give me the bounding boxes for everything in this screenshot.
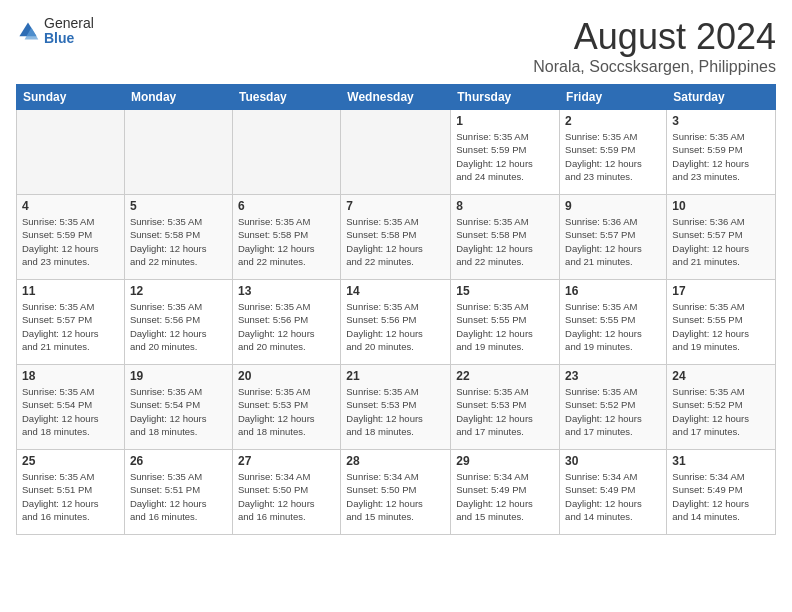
calendar-cell: 24Sunrise: 5:35 AM Sunset: 5:52 PM Dayli… — [667, 365, 776, 450]
day-number: 1 — [456, 114, 554, 128]
day-info: Sunrise: 5:35 AM Sunset: 5:59 PM Dayligh… — [22, 215, 119, 268]
day-number: 14 — [346, 284, 445, 298]
day-number: 31 — [672, 454, 770, 468]
day-info: Sunrise: 5:34 AM Sunset: 5:49 PM Dayligh… — [456, 470, 554, 523]
column-header-tuesday: Tuesday — [232, 85, 340, 110]
day-number: 15 — [456, 284, 554, 298]
day-number: 24 — [672, 369, 770, 383]
day-info: Sunrise: 5:35 AM Sunset: 5:58 PM Dayligh… — [238, 215, 335, 268]
week-row-4: 18Sunrise: 5:35 AM Sunset: 5:54 PM Dayli… — [17, 365, 776, 450]
day-info: Sunrise: 5:35 AM Sunset: 5:53 PM Dayligh… — [238, 385, 335, 438]
week-row-2: 4Sunrise: 5:35 AM Sunset: 5:59 PM Daylig… — [17, 195, 776, 280]
calendar-cell: 15Sunrise: 5:35 AM Sunset: 5:55 PM Dayli… — [451, 280, 560, 365]
calendar-cell: 8Sunrise: 5:35 AM Sunset: 5:58 PM Daylig… — [451, 195, 560, 280]
day-number: 8 — [456, 199, 554, 213]
day-info: Sunrise: 5:35 AM Sunset: 5:51 PM Dayligh… — [130, 470, 227, 523]
day-info: Sunrise: 5:35 AM Sunset: 5:53 PM Dayligh… — [346, 385, 445, 438]
calendar-cell: 3Sunrise: 5:35 AM Sunset: 5:59 PM Daylig… — [667, 110, 776, 195]
logo: General Blue — [16, 16, 94, 47]
day-number: 23 — [565, 369, 661, 383]
calendar-cell: 7Sunrise: 5:35 AM Sunset: 5:58 PM Daylig… — [341, 195, 451, 280]
day-number: 25 — [22, 454, 119, 468]
day-info: Sunrise: 5:35 AM Sunset: 5:55 PM Dayligh… — [456, 300, 554, 353]
day-info: Sunrise: 5:35 AM Sunset: 5:59 PM Dayligh… — [672, 130, 770, 183]
column-header-sunday: Sunday — [17, 85, 125, 110]
day-info: Sunrise: 5:35 AM Sunset: 5:57 PM Dayligh… — [22, 300, 119, 353]
day-info: Sunrise: 5:35 AM Sunset: 5:52 PM Dayligh… — [565, 385, 661, 438]
logo-icon — [16, 19, 40, 43]
day-info: Sunrise: 5:34 AM Sunset: 5:49 PM Dayligh… — [565, 470, 661, 523]
header-row: SundayMondayTuesdayWednesdayThursdayFrid… — [17, 85, 776, 110]
calendar-cell: 27Sunrise: 5:34 AM Sunset: 5:50 PM Dayli… — [232, 450, 340, 535]
calendar-cell: 17Sunrise: 5:35 AM Sunset: 5:55 PM Dayli… — [667, 280, 776, 365]
calendar-cell: 12Sunrise: 5:35 AM Sunset: 5:56 PM Dayli… — [124, 280, 232, 365]
day-number: 22 — [456, 369, 554, 383]
calendar-cell: 5Sunrise: 5:35 AM Sunset: 5:58 PM Daylig… — [124, 195, 232, 280]
day-info: Sunrise: 5:36 AM Sunset: 5:57 PM Dayligh… — [672, 215, 770, 268]
week-row-3: 11Sunrise: 5:35 AM Sunset: 5:57 PM Dayli… — [17, 280, 776, 365]
calendar-cell: 14Sunrise: 5:35 AM Sunset: 5:56 PM Dayli… — [341, 280, 451, 365]
week-row-5: 25Sunrise: 5:35 AM Sunset: 5:51 PM Dayli… — [17, 450, 776, 535]
calendar-cell: 28Sunrise: 5:34 AM Sunset: 5:50 PM Dayli… — [341, 450, 451, 535]
logo-blue: Blue — [44, 31, 94, 46]
day-info: Sunrise: 5:35 AM Sunset: 5:56 PM Dayligh… — [238, 300, 335, 353]
column-header-saturday: Saturday — [667, 85, 776, 110]
day-number: 27 — [238, 454, 335, 468]
day-number: 18 — [22, 369, 119, 383]
calendar-cell: 16Sunrise: 5:35 AM Sunset: 5:55 PM Dayli… — [560, 280, 667, 365]
calendar-cell: 11Sunrise: 5:35 AM Sunset: 5:57 PM Dayli… — [17, 280, 125, 365]
calendar-cell: 4Sunrise: 5:35 AM Sunset: 5:59 PM Daylig… — [17, 195, 125, 280]
day-info: Sunrise: 5:35 AM Sunset: 5:53 PM Dayligh… — [456, 385, 554, 438]
day-info: Sunrise: 5:35 AM Sunset: 5:54 PM Dayligh… — [22, 385, 119, 438]
day-number: 2 — [565, 114, 661, 128]
calendar-cell — [341, 110, 451, 195]
calendar-cell: 31Sunrise: 5:34 AM Sunset: 5:49 PM Dayli… — [667, 450, 776, 535]
day-number: 30 — [565, 454, 661, 468]
day-info: Sunrise: 5:35 AM Sunset: 5:52 PM Dayligh… — [672, 385, 770, 438]
calendar-cell — [232, 110, 340, 195]
calendar-cell: 9Sunrise: 5:36 AM Sunset: 5:57 PM Daylig… — [560, 195, 667, 280]
calendar-cell: 22Sunrise: 5:35 AM Sunset: 5:53 PM Dayli… — [451, 365, 560, 450]
day-info: Sunrise: 5:35 AM Sunset: 5:55 PM Dayligh… — [565, 300, 661, 353]
subtitle: Norala, Soccsksargen, Philippines — [533, 58, 776, 76]
day-number: 6 — [238, 199, 335, 213]
column-header-friday: Friday — [560, 85, 667, 110]
day-number: 9 — [565, 199, 661, 213]
day-info: Sunrise: 5:35 AM Sunset: 5:56 PM Dayligh… — [130, 300, 227, 353]
calendar-cell: 2Sunrise: 5:35 AM Sunset: 5:59 PM Daylig… — [560, 110, 667, 195]
week-row-1: 1Sunrise: 5:35 AM Sunset: 5:59 PM Daylig… — [17, 110, 776, 195]
calendar-table: SundayMondayTuesdayWednesdayThursdayFrid… — [16, 84, 776, 535]
day-number: 7 — [346, 199, 445, 213]
calendar-cell: 21Sunrise: 5:35 AM Sunset: 5:53 PM Dayli… — [341, 365, 451, 450]
calendar-cell: 26Sunrise: 5:35 AM Sunset: 5:51 PM Dayli… — [124, 450, 232, 535]
main-title: August 2024 — [533, 16, 776, 58]
day-number: 4 — [22, 199, 119, 213]
day-info: Sunrise: 5:35 AM Sunset: 5:58 PM Dayligh… — [346, 215, 445, 268]
day-number: 5 — [130, 199, 227, 213]
day-number: 19 — [130, 369, 227, 383]
day-number: 29 — [456, 454, 554, 468]
day-info: Sunrise: 5:35 AM Sunset: 5:51 PM Dayligh… — [22, 470, 119, 523]
day-number: 21 — [346, 369, 445, 383]
day-info: Sunrise: 5:35 AM Sunset: 5:59 PM Dayligh… — [565, 130, 661, 183]
day-number: 26 — [130, 454, 227, 468]
day-info: Sunrise: 5:35 AM Sunset: 5:58 PM Dayligh… — [456, 215, 554, 268]
day-info: Sunrise: 5:34 AM Sunset: 5:50 PM Dayligh… — [346, 470, 445, 523]
day-number: 28 — [346, 454, 445, 468]
calendar-cell: 30Sunrise: 5:34 AM Sunset: 5:49 PM Dayli… — [560, 450, 667, 535]
page-header: General Blue August 2024 Norala, Soccsks… — [16, 16, 776, 76]
day-number: 17 — [672, 284, 770, 298]
logo-general: General — [44, 16, 94, 31]
day-info: Sunrise: 5:35 AM Sunset: 5:59 PM Dayligh… — [456, 130, 554, 183]
day-info: Sunrise: 5:35 AM Sunset: 5:54 PM Dayligh… — [130, 385, 227, 438]
calendar-cell: 25Sunrise: 5:35 AM Sunset: 5:51 PM Dayli… — [17, 450, 125, 535]
day-info: Sunrise: 5:34 AM Sunset: 5:50 PM Dayligh… — [238, 470, 335, 523]
logo-text: General Blue — [44, 16, 94, 47]
day-info: Sunrise: 5:34 AM Sunset: 5:49 PM Dayligh… — [672, 470, 770, 523]
column-header-monday: Monday — [124, 85, 232, 110]
day-info: Sunrise: 5:35 AM Sunset: 5:56 PM Dayligh… — [346, 300, 445, 353]
column-header-thursday: Thursday — [451, 85, 560, 110]
day-number: 20 — [238, 369, 335, 383]
day-number: 13 — [238, 284, 335, 298]
day-number: 11 — [22, 284, 119, 298]
